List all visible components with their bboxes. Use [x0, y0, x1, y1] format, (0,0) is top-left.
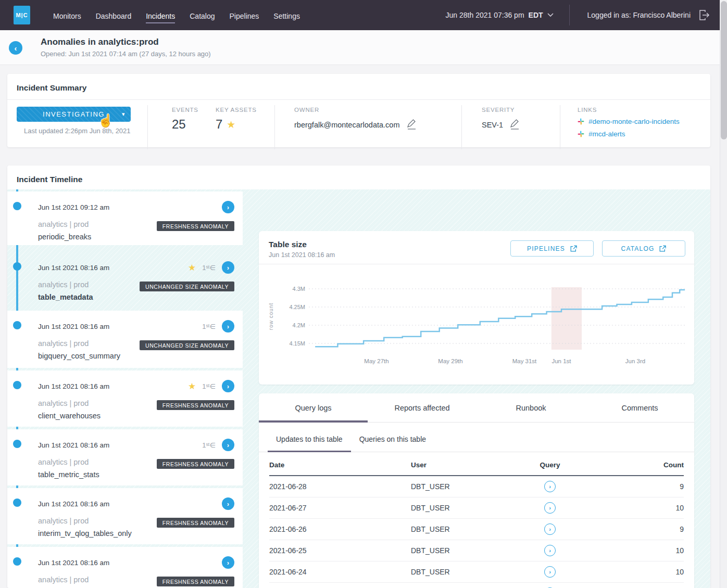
chevron-right-icon[interactable]: › — [222, 556, 234, 569]
first-degree-icon: 1ˢᵗ∈ — [202, 264, 216, 272]
subtab-updates-to-table[interactable]: Updates to this table — [268, 435, 351, 452]
timeline-dot — [13, 202, 21, 210]
status-label: INVESTIGATING — [43, 110, 105, 118]
chevron-right-icon[interactable]: › — [222, 497, 234, 510]
query-chevron-icon[interactable]: › — [544, 502, 556, 514]
chevron-right-icon[interactable]: › — [222, 320, 234, 333]
datetime-selector[interactable]: Jun 28th 2021 07:36 pm EDT — [446, 11, 554, 19]
timeline-dot — [13, 381, 21, 389]
external-link-icon — [570, 245, 577, 252]
subtab-queries-on-table[interactable]: Queries on this table — [351, 435, 434, 452]
timeline-item[interactable]: Jun 1st 2021 08:16 am ★1ˢᵗ∈› analytics |… — [7, 547, 243, 588]
back-button[interactable]: ‹ — [9, 41, 22, 55]
query-chevron-icon[interactable]: › — [544, 481, 556, 492]
item-dataset: analytics | prod — [38, 517, 132, 525]
slack-link-2[interactable]: #mcd-alerts — [588, 130, 625, 138]
page-title: Anomalies in analytics:prod — [41, 37, 159, 47]
svg-text:4.15M: 4.15M — [289, 340, 305, 347]
slack-link-1[interactable]: #demo-monte-carlo-incidents — [588, 118, 680, 125]
nav-item-settings[interactable]: Settings — [273, 2, 300, 29]
datetime-text: Jun 28th 2021 07:36 pm — [446, 11, 524, 19]
mc-logo[interactable]: M|C — [14, 6, 30, 24]
timeline-item[interactable]: Jun 1st 2021 08:16 am ★1ˢᵗ∈› analytics |… — [7, 248, 243, 308]
svg-text:May 31st: May 31st — [512, 358, 537, 364]
query-chevron-icon[interactable]: › — [544, 523, 556, 535]
star-icon: ★ — [188, 381, 196, 392]
table-row: 2021-06-27 DBT_USER › 10 — [269, 497, 684, 519]
cell-count: 10 — [595, 568, 684, 576]
svg-text:May 29th: May 29th — [438, 358, 462, 364]
edit-severity-icon[interactable] — [509, 119, 520, 130]
timeline-item[interactable]: Jun 1st 2021 09:12 am ★1ˢᵗ∈› analytics |… — [7, 191, 243, 245]
external-link-icon — [659, 245, 666, 252]
anomaly-badge: FRESHNESS ANOMALY — [157, 221, 234, 231]
star-icon: ★ — [188, 262, 196, 273]
key-assets-value: 7 — [216, 117, 222, 132]
tab-query-logs[interactable]: Query logs — [259, 393, 368, 422]
severity-value: SEV-1 — [482, 121, 503, 129]
timeline-item[interactable]: Jun 1st 2021 08:16 am ★1ˢᵗ∈› analytics |… — [7, 370, 243, 427]
item-date: Jun 1st 2021 08:16 am — [38, 500, 109, 508]
scrollbar-thumb[interactable] — [721, 1, 727, 139]
col-count: Count — [595, 461, 684, 469]
timeline-item[interactable]: Jun 1st 2021 08:16 am ★1ˢᵗ∈› analytics |… — [7, 488, 243, 544]
item-table-name: client_warehouses — [38, 412, 101, 420]
slack-icon — [578, 118, 584, 125]
nav-item-incidents[interactable]: Incidents — [146, 2, 175, 29]
item-dataset: analytics | prod — [38, 220, 91, 228]
tab-reports-affected[interactable]: Reports affected — [368, 393, 477, 422]
svg-text:May 27th: May 27th — [364, 358, 388, 364]
events-value: 25 — [172, 117, 216, 132]
nav-item-pipelines[interactable]: Pipelines — [230, 2, 259, 29]
incident-timeline-card: Incident Timeline Jun 1st 2021 09:12 am … — [7, 165, 710, 588]
svg-text:Jun 1st: Jun 1st — [551, 358, 571, 364]
item-table-name: interim_tv_qlog_tables_only — [38, 529, 132, 538]
page-subtitle: Opened: Jun 1st 2021 07:14 am (27 days, … — [41, 50, 211, 58]
svg-text:4.3M: 4.3M — [293, 286, 305, 292]
cell-user: DBT_USER — [411, 546, 505, 555]
pipelines-button[interactable]: PIPELINES — [510, 240, 594, 257]
query-log-table: Date User Query Count 2021-06-28 DBT_USE… — [269, 452, 684, 588]
owner-label: OWNER — [294, 107, 461, 113]
item-dataset: analytics | prod — [38, 339, 120, 348]
cell-date: 2021-06-28 — [269, 482, 411, 491]
chevron-right-icon[interactable]: › — [222, 380, 234, 392]
first-degree-icon: 1ˢᵗ∈ — [202, 323, 216, 330]
cell-user: DBT_USER — [411, 504, 505, 512]
page-header: ‹ Anomalies in analytics:prod Opened: Ju… — [0, 30, 720, 65]
query-chevron-icon[interactable]: › — [544, 545, 556, 556]
last-updated-text: Last updated 2:26pm Jun 8th, 2021 — [24, 127, 147, 135]
chevron-right-icon[interactable]: › — [222, 261, 234, 274]
table-row: 2021-06-24 DBT_USER › 10 — [269, 561, 684, 583]
cell-user: DBT_USER — [411, 482, 505, 491]
tab-comments[interactable]: Comments — [585, 393, 694, 422]
edit-owner-icon[interactable] — [406, 119, 417, 130]
chevron-right-icon[interactable]: › — [222, 439, 234, 451]
tab-runbook[interactable]: Runbook — [477, 393, 585, 422]
main-nav: Monitors Dashboard Incidents Catalog Pip… — [46, 2, 307, 29]
summary-title: Incident Summary — [7, 74, 710, 100]
severity-label: SEVERITY — [482, 107, 560, 113]
col-date: Date — [269, 461, 411, 469]
table-row: 2021-06-23 DBT_USER › 10 — [269, 583, 684, 588]
chevron-right-icon[interactable]: › — [222, 201, 234, 213]
timezone-text: EDT — [529, 11, 543, 19]
timeline-item[interactable]: Jun 1st 2021 08:16 am ★1ˢᵗ∈› analytics |… — [7, 429, 243, 485]
cell-count: 9 — [595, 525, 684, 533]
item-date: Jun 1st 2021 08:16 am — [38, 264, 109, 272]
anomaly-badge: UNCHANGED SIZE ANOMALY — [140, 282, 234, 291]
nav-item-dashboard[interactable]: Dashboard — [96, 2, 132, 29]
table-row: 2021-06-25 DBT_USER › 10 — [269, 540, 684, 561]
detail-tabs-card: Query logs Reports affected Runbook Comm… — [259, 393, 694, 588]
status-dropdown-button[interactable]: INVESTIGATING ▾ — [17, 107, 131, 122]
timeline-area: Jun 1st 2021 09:12 am ★1ˢᵗ∈› analytics |… — [7, 189, 710, 588]
nav-item-monitors[interactable]: Monitors — [53, 2, 81, 29]
timeline-item[interactable]: Jun 1st 2021 08:16 am ★1ˢᵗ∈› analytics |… — [7, 311, 243, 368]
cell-date: 2021-06-24 — [269, 568, 411, 576]
logout-icon[interactable] — [698, 9, 710, 21]
nav-item-catalog[interactable]: Catalog — [190, 2, 215, 29]
timeline-dot — [13, 440, 21, 448]
catalog-button[interactable]: CATALOG — [602, 240, 685, 257]
query-chevron-icon[interactable]: › — [544, 566, 556, 578]
scrollbar-track[interactable] — [720, 0, 727, 588]
